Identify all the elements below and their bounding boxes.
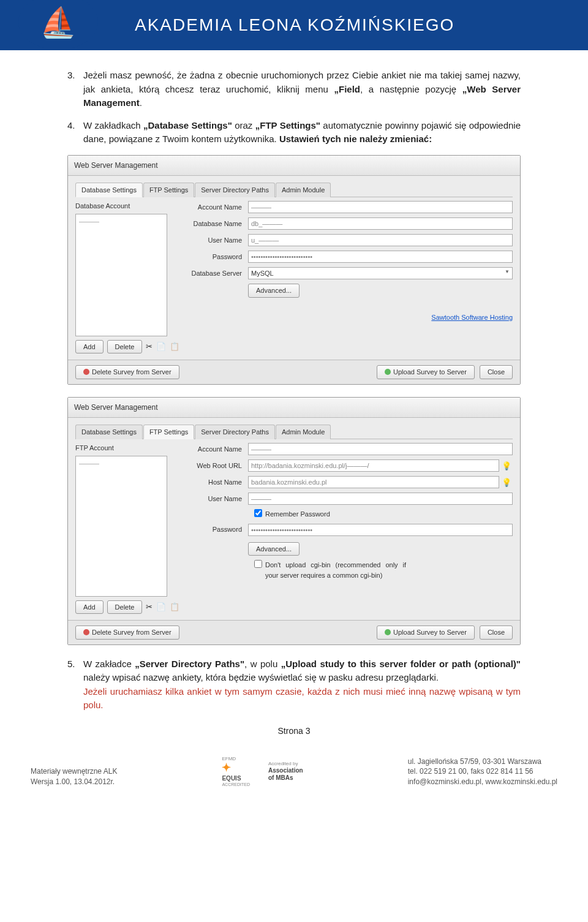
- delete-button[interactable]: Delete: [107, 340, 143, 354]
- plus-icon: [385, 369, 391, 375]
- dialog-title: Web Server Management: [68, 156, 520, 176]
- database-server-select[interactable]: MySQL▼: [248, 267, 513, 279]
- tab-admin-module[interactable]: Admin Module: [276, 425, 331, 440]
- copy-icon[interactable]: 📄: [156, 341, 166, 353]
- hint-icon[interactable]: 💡: [502, 460, 513, 471]
- web-root-url-input[interactable]: http://badania.kozminski.edu.pl/j———/: [248, 459, 499, 472]
- user-name-input[interactable]: ———: [248, 493, 513, 505]
- dialog-title: Web Server Management: [68, 398, 520, 418]
- minus-icon: [83, 629, 89, 635]
- paste-icon[interactable]: 📋: [170, 341, 179, 353]
- upload-to-server-button[interactable]: Upload Survey to Server: [377, 625, 475, 640]
- cut-icon[interactable]: ✂: [146, 601, 153, 613]
- paragraph-4: 4. W zakładkach „Database Settings" oraz…: [67, 119, 521, 146]
- database-name-input[interactable]: db_———: [248, 217, 513, 230]
- logo: ⛵: [18, 0, 98, 49]
- hosting-link[interactable]: Sawtooth Software Hosting: [431, 314, 513, 321]
- equis-logo: EFMD ✦ EQUIS ACCREDITED: [222, 756, 250, 788]
- password-input[interactable]: ••••••••••••••••••••••••••: [248, 524, 513, 536]
- page-number: Strona 3: [67, 725, 521, 738]
- account-name-input[interactable]: ———: [248, 443, 513, 455]
- paste-icon[interactable]: 📋: [170, 601, 179, 613]
- tab-admin-module[interactable]: Admin Module: [276, 183, 331, 198]
- page-footer: Materiały wewnętrzne ALK Wersja 1.00, 13…: [0, 750, 588, 800]
- host-name-input[interactable]: badania.kozminski.edu.pl: [248, 476, 499, 488]
- close-button[interactable]: Close: [480, 625, 513, 640]
- footer-version: Wersja 1.00, 13.04.2012r.: [31, 777, 117, 787]
- cut-icon[interactable]: ✂: [146, 341, 153, 353]
- dont-upload-cgi-checkbox[interactable]: [254, 560, 262, 568]
- copy-icon[interactable]: 📄: [156, 601, 166, 613]
- ship-icon: ⛵: [40, 5, 77, 40]
- page-header: ⛵ AKADEMIA LEONA KOŹMIŃSKIEGO: [0, 0, 588, 50]
- advanced-button[interactable]: Advanced...: [248, 284, 300, 298]
- delete-from-server-button[interactable]: Delete Survey from Server: [75, 625, 179, 640]
- dialog-ftp-settings: Web Server Management Database Settings …: [67, 397, 521, 645]
- tab-ftp-settings[interactable]: FTP Settings: [143, 183, 194, 198]
- user-name-input[interactable]: u_———: [248, 234, 513, 246]
- paragraph-3: 3. Jeżeli masz pewność, że żadna z obecn…: [67, 69, 521, 110]
- tab-database-settings[interactable]: Database Settings: [75, 425, 143, 440]
- hint-icon[interactable]: 💡: [502, 477, 513, 488]
- minus-icon: [83, 369, 89, 375]
- remember-password-checkbox[interactable]: [254, 509, 262, 517]
- chevron-down-icon: ▼: [505, 268, 510, 276]
- header-title: AKADEMIA LEONA KOŹMIŃSKIEGO: [135, 15, 454, 35]
- password-input[interactable]: ••••••••••••••••••••••••••: [248, 251, 513, 263]
- tab-server-directory-paths[interactable]: Server Directory Paths: [195, 183, 275, 198]
- add-button[interactable]: Add: [75, 600, 104, 614]
- upload-to-server-button[interactable]: Upload Survey to Server: [377, 365, 475, 379]
- tab-server-directory-paths[interactable]: Server Directory Paths: [195, 425, 275, 440]
- list-item[interactable]: ———: [79, 216, 164, 227]
- account-listbox[interactable]: ———: [75, 214, 167, 336]
- tab-ftp-settings[interactable]: FTP Settings: [143, 425, 194, 440]
- paragraph-5: 5. W zakładce „Server Directory Paths", …: [67, 657, 521, 712]
- dialog-db-settings: Web Server Management Database Settings …: [67, 155, 521, 385]
- tabs: Database Settings FTP Settings Server Di…: [75, 182, 513, 198]
- group-label: FTP Account: [75, 443, 167, 453]
- account-name-input[interactable]: ———: [248, 201, 513, 213]
- footer-material-note: Materiały wewnętrzne ALK: [31, 766, 117, 777]
- footer-address: ul. Jagiellońska 57/59, 03-301 Warszawa …: [408, 757, 557, 787]
- add-button[interactable]: Add: [75, 340, 104, 354]
- list-item[interactable]: ———: [79, 458, 164, 469]
- close-button[interactable]: Close: [480, 365, 513, 379]
- account-listbox[interactable]: ———: [75, 456, 167, 597]
- delete-button[interactable]: Delete: [107, 600, 143, 614]
- plus-icon: [385, 629, 391, 635]
- delete-from-server-button[interactable]: Delete Survey from Server: [75, 365, 179, 379]
- group-label: Database Account: [75, 201, 167, 211]
- tabs: Database Settings FTP Settings Server Di…: [75, 424, 513, 440]
- tab-database-settings[interactable]: Database Settings: [75, 183, 143, 198]
- amba-logo: Accredited by Association of MBAs: [268, 761, 303, 782]
- advanced-button[interactable]: Advanced...: [248, 542, 300, 556]
